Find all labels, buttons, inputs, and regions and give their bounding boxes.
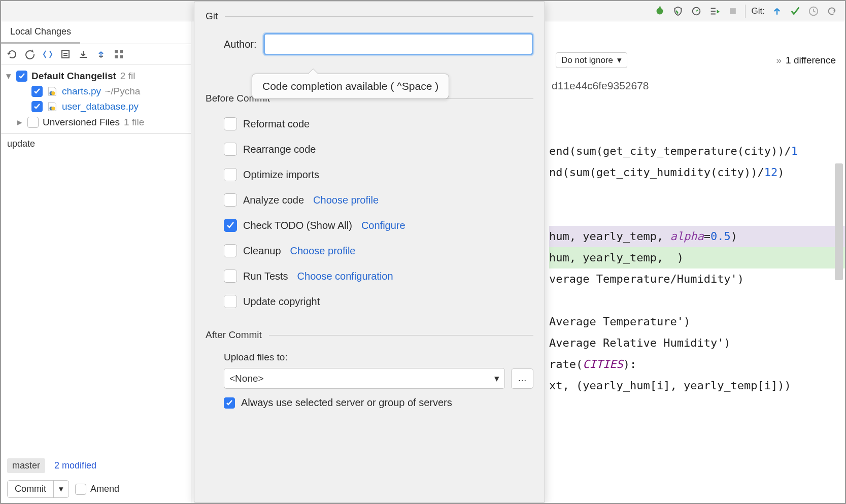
upload-target-select[interactable]: <None> ▾ (224, 368, 505, 389)
before-commit-label: Check TODO (Show All) (243, 220, 352, 231)
before-commit-item[interactable]: Optimize imports (224, 162, 533, 187)
profiler-icon[interactable] (690, 5, 702, 17)
before-commit-label: Run Tests (243, 271, 288, 282)
before-commit-label: Reformat code (243, 118, 310, 130)
checkbox[interactable] (224, 168, 237, 181)
coverage-icon[interactable] (672, 5, 684, 17)
checkbox[interactable] (224, 193, 237, 207)
commit-dropdown[interactable]: ▾ (53, 481, 69, 497)
amend-checkbox[interactable] (75, 484, 86, 495)
before-commit-item[interactable]: Update copyright (224, 289, 533, 314)
code-line: hum, yearly_temp, alpha=0.5) (549, 226, 845, 247)
before-commit-list: Reformat codeRearrange codeOptimize impo… (224, 111, 533, 314)
code-line: Average Temperature') (549, 311, 845, 332)
code-line: hum, yearly_temp, ) (549, 247, 845, 268)
file-checkbox[interactable] (31, 101, 43, 112)
author-row: Author: Code completion available ( ^Spa… (224, 33, 533, 55)
before-commit-link[interactable]: Choose configuration (297, 271, 393, 282)
ignore-whitespace-select[interactable]: Do not ignore ▾ (556, 52, 627, 68)
amend-checkbox-row[interactable]: Amend (75, 484, 119, 495)
code-line: nd(sum(get_city_humidity(city))/12) (549, 162, 845, 183)
changelist-icon[interactable] (59, 48, 72, 60)
chevron-right-icon[interactable]: ▸ (16, 116, 23, 128)
author-label: Author: (224, 39, 256, 50)
tab-bar: Local Changes (1, 21, 191, 44)
upload-label: Upload files to: (224, 352, 533, 363)
upload-value: <None> (229, 373, 264, 384)
branch-badge[interactable]: master (7, 458, 45, 473)
before-commit-link[interactable]: Choose profile (313, 194, 379, 206)
code-line (549, 183, 845, 205)
before-commit-link[interactable]: Choose profile (290, 245, 356, 257)
upload-browse-button[interactable]: … (511, 368, 533, 389)
revision-hash: d11e44c6fe9352678 (552, 80, 649, 92)
before-commit-label: Rearrange code (243, 144, 316, 155)
python-file-icon (47, 86, 58, 97)
code-line: Average Relative Humidity') (549, 332, 845, 354)
file-path: ~/Pycha (105, 86, 140, 97)
tab-local-changes[interactable]: Local Changes (1, 21, 80, 44)
before-commit-label: Analyze code (243, 194, 304, 206)
vcs-update-icon[interactable] (771, 5, 783, 17)
unversioned-label: Unversioned Files (43, 117, 120, 128)
always-checkbox[interactable] (224, 397, 235, 409)
modified-count[interactable]: 2 modified (54, 460, 96, 471)
code-line: rate(CITIES): (549, 354, 845, 375)
before-commit-label: Update copyright (243, 296, 320, 308)
diff-header: Do not ignore ▾ » 1 difference (547, 49, 845, 71)
before-commit-item[interactable]: Analyze codeChoose profile (224, 187, 533, 213)
unversioned-checkbox[interactable] (27, 117, 39, 128)
changelist-checkbox[interactable] (16, 71, 27, 82)
default-changelist-row[interactable]: ▾ Default Changelist 2 fil (1, 68, 191, 84)
before-commit-item[interactable]: Run TestsChoose configuration (224, 263, 533, 289)
chevron-down-icon: ▾ (494, 373, 499, 384)
checkbox[interactable] (224, 244, 237, 257)
code-line (549, 205, 845, 226)
unshelve-icon[interactable] (95, 48, 107, 60)
diff-icon[interactable] (42, 48, 54, 60)
file-row[interactable]: user_database.py (1, 99, 191, 114)
vcs-commit-icon[interactable] (789, 5, 801, 17)
changelist-count: 2 fil (120, 71, 136, 82)
checkbox[interactable] (224, 270, 237, 283)
code-line (549, 290, 845, 311)
commit-message-input[interactable]: update (1, 133, 191, 245)
before-commit-link[interactable]: Configure (361, 220, 405, 231)
checkbox[interactable] (224, 117, 237, 130)
before-commit-item[interactable]: Reformat code (224, 111, 533, 137)
git-label: Git: (752, 6, 765, 16)
run-list-icon[interactable] (708, 5, 721, 17)
svg-rect-6 (115, 50, 118, 53)
commit-button[interactable]: Commit ▾ (7, 480, 69, 498)
before-commit-item[interactable]: CleanupChoose profile (224, 238, 533, 263)
file-checkbox[interactable] (31, 86, 43, 97)
scrollbar-thumb[interactable] (835, 163, 843, 280)
before-commit-item[interactable]: Check TODO (Show All)Configure (224, 213, 533, 238)
ignore-label: Do not ignore (561, 55, 613, 65)
vcs-revert-icon[interactable] (826, 5, 838, 17)
vcs-history-icon[interactable] (807, 5, 820, 17)
chevron-down-icon[interactable]: ▾ (5, 70, 12, 82)
refresh-icon[interactable] (6, 48, 18, 60)
unversioned-row[interactable]: ▸ Unversioned Files 1 file (1, 114, 191, 130)
always-use-server-row[interactable]: Always use selected server or group of s… (224, 397, 533, 409)
code-line: verage Temperature/Humidity') (549, 268, 845, 290)
checkbox[interactable] (224, 295, 237, 308)
shelve-icon[interactable] (77, 48, 89, 60)
python-file-icon (47, 101, 58, 112)
author-input[interactable] (263, 33, 533, 55)
after-commit-block: Upload files to: <None> ▾ … Always use s… (224, 346, 533, 409)
changes-tree: ▾ Default Changelist 2 fil charts.py ~/P… (1, 65, 191, 133)
bug-icon[interactable] (654, 5, 666, 17)
rollback-icon[interactable] (24, 48, 36, 60)
svg-rect-5 (62, 51, 69, 58)
before-commit-item[interactable]: Rearrange code (224, 137, 533, 162)
svg-point-13 (51, 107, 55, 110)
file-row[interactable]: charts.py ~/Pycha (1, 84, 191, 99)
section-after-commit: After Commit (206, 329, 533, 341)
chevron-right-icon: » (776, 55, 782, 66)
checkbox[interactable] (224, 219, 237, 232)
group-by-icon[interactable] (113, 48, 125, 60)
checkbox[interactable] (224, 143, 237, 156)
svg-rect-8 (115, 55, 118, 58)
